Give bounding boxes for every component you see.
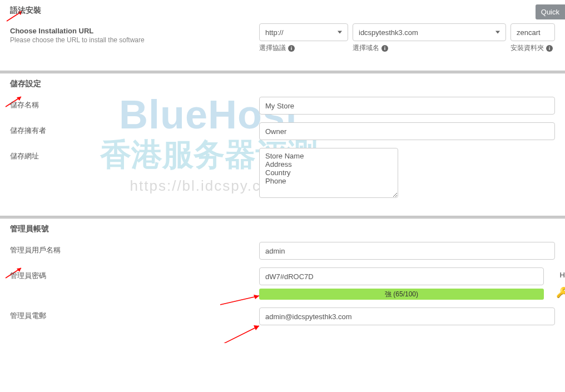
admin-email-input[interactable]: [259, 307, 555, 325]
info-icon[interactable]: i: [381, 45, 388, 52]
choose-url-sublabel: Please choose the URL to install the sof…: [10, 36, 259, 44]
folder-input[interactable]: [511, 23, 555, 41]
domain-helper: 選擇域名: [353, 43, 379, 53]
admin-username-label: 管理員用戶名稱: [10, 242, 259, 255]
store-name-label: 儲存名稱: [10, 97, 259, 110]
domain-select[interactable]: idcspytesthk3.com: [353, 23, 506, 41]
folder-helper: 安裝資料夾: [511, 43, 544, 53]
section-installation: 語法安裝 Choose Installation URL Please choo…: [0, 0, 565, 71]
section-title-store: 儲存設定: [10, 79, 555, 89]
protocol-select[interactable]: http://: [259, 23, 348, 41]
protocol-helper: 選擇協議: [259, 43, 286, 53]
store-owner-input[interactable]: [259, 122, 555, 140]
password-strength-bar: 強 (65/100): [259, 289, 544, 300]
key-icon[interactable]: 🔑: [556, 286, 565, 299]
chevron-down-icon: [495, 31, 500, 34]
choose-url-label: Choose Installation URL: [10, 27, 259, 35]
section-title-admin: 管理員帳號: [10, 224, 555, 234]
chevron-down-icon: [338, 31, 342, 34]
hide-password-link[interactable]: Hid: [559, 271, 565, 279]
admin-password-input[interactable]: [259, 267, 544, 285]
store-owner-label: 儲存擁有者: [10, 122, 259, 136]
info-icon[interactable]: i: [288, 45, 295, 52]
section-title-installation: 語法安裝: [10, 6, 555, 16]
store-name-input[interactable]: [259, 97, 555, 115]
domain-value: idcspytesthk3.com: [359, 28, 418, 37]
protocol-value: http://: [265, 28, 284, 37]
info-icon[interactable]: i: [546, 45, 553, 52]
admin-email-label: 管理員電郵: [10, 307, 259, 321]
section-store: 儲存設定 儲存名稱 儲存擁有者 儲存網址: [0, 73, 565, 216]
store-address-label: 儲存網址: [10, 148, 259, 161]
store-address-textarea[interactable]: [259, 148, 398, 198]
section-admin: 管理員帳號 管理員用戶名稱 管理員密碼 強 (65/100) Hid 🔑 管理員…: [0, 219, 565, 343]
admin-password-label: 管理員密碼: [10, 267, 259, 281]
admin-username-input[interactable]: [259, 242, 555, 260]
